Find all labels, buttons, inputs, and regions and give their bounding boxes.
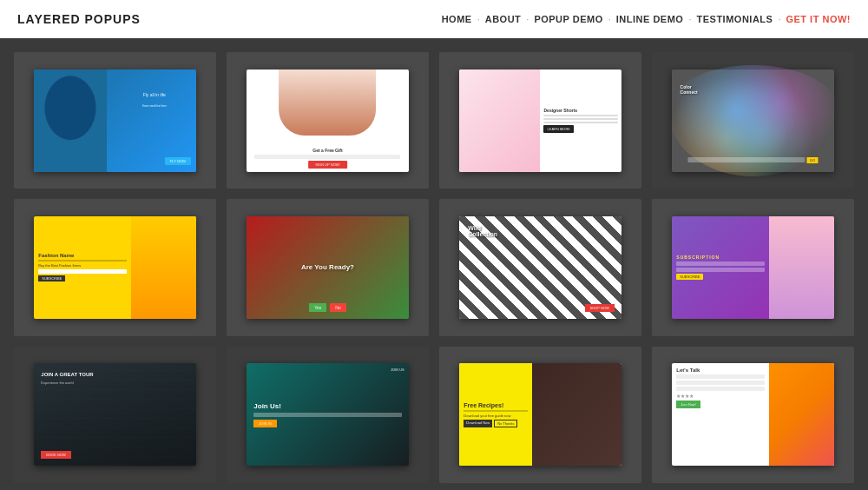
card10-content: Join Us! JOIN IN JOIN US [247, 363, 408, 466]
card7-title: WildCollection [468, 225, 497, 237]
popup-preview-6: Are You Ready? Yes No [247, 216, 408, 319]
card2-photo [279, 70, 377, 136]
popup-preview-10: Join Us! JOIN IN JOIN US [247, 363, 408, 466]
card12-stars: ★★★★ [676, 393, 765, 399]
card12-button: Join Now! [676, 401, 700, 408]
card5-desc: Buy the Best Fashion Items [38, 263, 127, 268]
popup-preview-4: ColorConnect GO [672, 70, 833, 172]
card8-right [769, 216, 834, 319]
card5-left: Fashion Name Buy the Best Fashion Items … [34, 216, 131, 319]
card8-input1 [676, 262, 765, 266]
card10-button: JOIN IN [253, 420, 276, 427]
card6-no-button: No [330, 303, 345, 312]
sep5: · [778, 14, 780, 24]
card12-title: Let's Talk [676, 368, 765, 373]
card3-title: Designer Shorts [543, 108, 617, 113]
popup-card-1[interactable]: Fly all in lifeSome small text here FLY … [14, 52, 216, 189]
card5-right [131, 216, 196, 319]
nav-inline-demo[interactable]: INLINE DEMO [616, 14, 684, 24]
card11-right [532, 363, 621, 466]
sep3: · [608, 14, 611, 24]
card10-input [253, 413, 401, 417]
card3-line1 [543, 115, 617, 116]
popup-preview-2: Get a Free Gift SIGN UP NOW! [247, 70, 408, 172]
card2-title: Get a Free Gift [312, 148, 342, 153]
popup-preview-3: Designer Shorts LEARN MORE [459, 70, 621, 172]
card6-title: Are You Ready? [301, 263, 354, 271]
card10-tag: JOIN US [391, 368, 404, 372]
popup-preview-9: JOIN A GREAT TOUR Experience the world B… [34, 363, 195, 466]
popup-card-12[interactable]: Let's Talk ★★★★ Join Now! [652, 347, 854, 483]
nav-popup-demo[interactable]: POPUP DEMO [534, 14, 602, 24]
card1-button: FLY NOW [165, 157, 191, 165]
card9-title: JOIN A GREAT TOUR [41, 372, 93, 377]
popup-grid: Fly all in lifeSome small text here FLY … [0, 38, 868, 490]
card8-button: SUBSCRIBE [676, 274, 703, 280]
card7-button: SHOP NOW [585, 304, 615, 312]
popup-preview-11: Free Recipes! Download your free guide n… [459, 363, 621, 466]
sep4: · [688, 14, 691, 24]
card11-desc: Download your free guide now [464, 414, 528, 418]
card12-input3 [676, 387, 765, 391]
sep1: · [477, 14, 480, 24]
logo: LAYERED POPUPS [17, 12, 141, 26]
popup-card-11[interactable]: Free Recipes! Download your free guide n… [439, 347, 641, 483]
card3-left [459, 70, 540, 172]
card2-button: SIGN UP NOW! [308, 161, 346, 169]
card5-button: SUBSCRIBE [38, 275, 65, 281]
popup-preview-12: Let's Talk ★★★★ Join Now! [672, 363, 833, 466]
card8-left: SUBSCRIPTION SUBSCRIBE [672, 216, 769, 319]
card4-button: GO [807, 157, 818, 163]
popup-card-7[interactable]: WildCollection SHOP NOW [439, 199, 641, 335]
card10-title: Join Us! [253, 402, 401, 410]
card12-right [769, 363, 834, 466]
sep2: · [526, 14, 529, 24]
nav-about[interactable]: ABOUT [485, 14, 522, 24]
card3-right: Designer Shorts LEARN MORE [540, 70, 621, 172]
card9-button: BOOK NOW [41, 451, 70, 459]
popup-card-10[interactable]: Join Us! JOIN IN JOIN US [227, 347, 429, 483]
popup-preview-1: Fly all in lifeSome small text here FLY … [34, 70, 195, 172]
nav-get-it-now[interactable]: GET IT NOW! [786, 14, 851, 24]
popup-card-4[interactable]: ColorConnect GO [652, 52, 854, 189]
card12-input1 [676, 374, 765, 379]
card11-button1: Download Now [464, 420, 492, 427]
main-nav: HOME · ABOUT · POPUP DEMO · INLINE DEMO … [442, 14, 851, 24]
card6-yes-button: Yes [309, 303, 326, 312]
card4-title: ColorConnect [681, 84, 698, 95]
popup-preview-8: SUBSCRIPTION SUBSCRIBE [672, 216, 833, 319]
nav-home[interactable]: HOME [442, 14, 472, 24]
card11-title: Free Recipes! [464, 402, 528, 408]
card3-button: LEARN MORE [543, 125, 573, 133]
card5-input [38, 269, 127, 274]
card2-content: Get a Free Gift SIGN UP NOW! [255, 148, 401, 169]
card11-line [464, 410, 528, 412]
card4-inputs: GO [688, 157, 818, 163]
card12-left: Let's Talk ★★★★ Join Now! [672, 363, 769, 466]
popup-card-9[interactable]: JOIN A GREAT TOUR Experience the world B… [14, 347, 216, 483]
card12-input2 [676, 381, 765, 385]
card11-buttons: Download Now No Thanks [464, 420, 528, 427]
card4-email [688, 157, 806, 162]
card11-button2: No Thanks [494, 420, 517, 427]
popup-card-2[interactable]: Get a Free Gift SIGN UP NOW! [227, 52, 429, 189]
card1-text: Fly all in lifeSome small text here [118, 92, 191, 108]
card5-title: Fashion Name [38, 253, 127, 258]
card3-line3 [543, 122, 617, 123]
card8-title: SUBSCRIPTION [676, 255, 765, 260]
nav-testimonials[interactable]: TESTIMONIALS [697, 14, 773, 24]
card5-line [38, 260, 127, 262]
popup-card-6[interactable]: Are You Ready? Yes No [227, 199, 429, 335]
card6-buttons: Yes No [309, 303, 346, 312]
card9-subtitle: Experience the world [41, 381, 73, 385]
card3-line2 [543, 118, 617, 120]
card11-left: Free Recipes! Download your free guide n… [459, 363, 532, 466]
card8-input2 [676, 268, 765, 272]
site-header: LAYERED POPUPS HOME · ABOUT · POPUP DEMO… [0, 0, 868, 38]
card2-input [255, 155, 401, 159]
popup-preview-5: Fashion Name Buy the Best Fashion Items … [34, 216, 195, 319]
popup-card-8[interactable]: SUBSCRIPTION SUBSCRIBE [652, 199, 854, 335]
popup-card-3[interactable]: Designer Shorts LEARN MORE [439, 52, 641, 189]
popup-preview-7: WildCollection SHOP NOW [459, 216, 621, 319]
popup-card-5[interactable]: Fashion Name Buy the Best Fashion Items … [14, 199, 216, 335]
